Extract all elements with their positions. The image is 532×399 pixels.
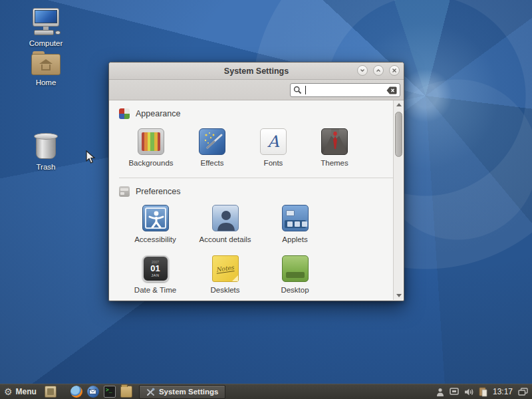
themes-label: Themes: [321, 159, 348, 167]
section-divider: [119, 178, 394, 178]
settings-content: Appearance Backgrounds: [110, 100, 403, 300]
settings-item-desklets[interactable]: Notes Desklets: [190, 255, 260, 294]
applets-icon: [282, 205, 309, 231]
settings-item-account-details[interactable]: Account details: [190, 205, 260, 243]
computer-icon: [30, 8, 62, 37]
preferences-section-icon: [119, 186, 130, 197]
clear-search-icon[interactable]: [386, 86, 397, 94]
clipboard-applet-icon[interactable]: [479, 387, 487, 397]
vertical-scrollbar[interactable]: [393, 100, 403, 300]
effects-label: Effects: [201, 159, 224, 167]
settings-item-desktop[interactable]: Desktop: [260, 255, 330, 294]
settings-item-effects[interactable]: Effects: [182, 128, 243, 167]
themes-icon: [321, 128, 348, 155]
backgrounds-icon: [138, 128, 164, 155]
fonts-icon: A: [260, 128, 287, 155]
desklets-label: Desklets: [210, 286, 239, 294]
appearance-section-icon: [119, 108, 130, 119]
scrollbar-up-arrow[interactable]: [394, 100, 403, 109]
window-title: System Settings: [224, 66, 289, 76]
account-details-label: Account details: [200, 235, 251, 243]
date-time-icon: 2007 01 JAN: [142, 255, 169, 282]
applets-label: Applets: [282, 235, 307, 243]
settings-item-backgrounds[interactable]: Backgrounds: [120, 128, 182, 167]
maximize-button[interactable]: [373, 65, 384, 76]
date-time-label: Date & Time: [134, 286, 176, 294]
date-icon-day: 01: [150, 264, 160, 273]
preferences-section-label: Preferences: [136, 187, 180, 196]
mouse-cursor: [86, 150, 96, 167]
clock[interactable]: 13:17: [493, 387, 513, 396]
search-icon: [293, 86, 302, 94]
fonts-icon-letter: A: [267, 134, 279, 150]
preferences-grid-row1: Accessibility Account details: [120, 205, 403, 243]
date-icon-month: JAN: [152, 273, 160, 277]
system-tray: 13:17: [436, 384, 532, 399]
preferences-grid-row2: 2007 01 JAN Date & Time Notes Desklets D…: [120, 255, 403, 294]
home-icon-label: Home: [36, 78, 57, 86]
taskbar: ⚙ Menu System Settings 13:17: [0, 384, 532, 399]
scrollbar-down-arrow[interactable]: [394, 291, 403, 300]
backgrounds-label: Backgrounds: [128, 159, 173, 167]
user-applet-icon[interactable]: [436, 388, 444, 396]
desktop-icon-computer[interactable]: Computer: [17, 8, 74, 47]
close-button[interactable]: [389, 65, 400, 76]
effects-icon: [199, 128, 225, 155]
desklets-icon-text: Notes: [215, 264, 234, 274]
search-toolbar: [109, 80, 404, 100]
mail-client-icon[interactable]: [87, 386, 99, 398]
fonts-label: Fonts: [264, 159, 283, 167]
appearance-section-label: Appearance: [136, 109, 180, 118]
minimize-button[interactable]: [357, 65, 368, 76]
trash-bin-icon: [33, 133, 59, 161]
settings-item-themes[interactable]: Themes: [304, 128, 365, 167]
accessibility-icon: [142, 205, 169, 231]
menu-label: Menu: [16, 387, 37, 396]
window-controls: [357, 65, 400, 76]
settings-item-applets[interactable]: Applets: [260, 205, 330, 243]
accessibility-label: Accessibility: [134, 235, 176, 243]
desktop-icon-trash[interactable]: Trash: [17, 133, 74, 171]
account-details-icon: [212, 205, 239, 231]
menu-button[interactable]: ⚙ Menu: [0, 384, 42, 399]
trash-icon-label: Trash: [37, 163, 56, 171]
system-settings-window: System Settings: [108, 62, 404, 301]
show-desktop-icon[interactable]: [45, 386, 57, 398]
settings-item-fonts[interactable]: A Fonts: [243, 128, 304, 167]
search-input[interactable]: [306, 86, 386, 95]
desktop-label: Desktop: [281, 286, 309, 294]
computer-icon-label: Computer: [29, 39, 63, 47]
system-settings-task-icon: [146, 388, 155, 396]
terminal-icon[interactable]: [104, 386, 116, 398]
desktop-settings-icon: [282, 255, 309, 282]
appearance-grid: Backgrounds Effects: [120, 128, 403, 167]
file-manager-icon[interactable]: [120, 386, 132, 398]
scrollbar-thumb[interactable]: [395, 112, 402, 157]
task-button-label: System Settings: [159, 388, 218, 396]
desktop-icon-home[interactable]: Home: [17, 50, 74, 86]
task-button-system-settings[interactable]: System Settings: [139, 385, 225, 399]
search-box[interactable]: [290, 83, 400, 97]
window-titlebar[interactable]: System Settings: [109, 63, 404, 80]
settings-item-date-time[interactable]: 2007 01 JAN Date & Time: [120, 255, 190, 294]
menu-gear-icon: ⚙: [4, 387, 13, 396]
taskbar-launchers: [45, 386, 132, 398]
section-header-preferences: Preferences: [119, 186, 403, 197]
display-applet-icon[interactable]: [450, 388, 459, 396]
section-header-appearance: Appearance: [119, 108, 403, 119]
volume-applet-icon[interactable]: [464, 388, 473, 396]
home-folder-icon: [31, 50, 61, 76]
firefox-icon[interactable]: [70, 386, 82, 398]
window-list-applet-icon[interactable]: [518, 388, 528, 396]
settings-item-accessibility[interactable]: Accessibility: [120, 205, 190, 243]
desklets-icon: Notes: [212, 255, 239, 282]
